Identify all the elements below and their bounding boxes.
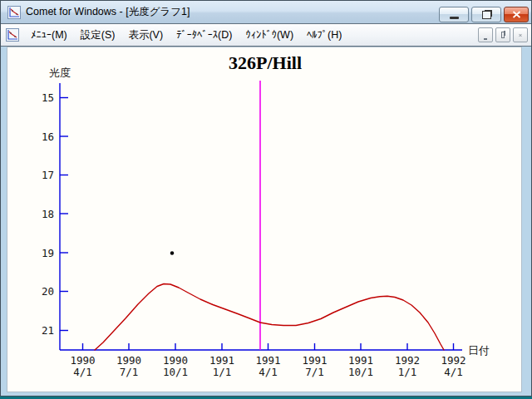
- mdi-restore-icon: [501, 32, 505, 38]
- caption-buttons: [439, 7, 529, 22]
- x-tick-year: 1992: [395, 354, 420, 367]
- mdi-minimize-button[interactable]: [478, 27, 493, 42]
- minimize-button[interactable]: [439, 7, 469, 22]
- menu-item-database[interactable]: ﾃﾞｰﾀﾍﾞｰｽ(D): [170, 26, 239, 44]
- mdi-restore-button[interactable]: [495, 27, 510, 42]
- y-tick-labels: 15 16 17 18 19 20 21: [42, 91, 54, 337]
- y-tick-17: 17: [42, 169, 54, 181]
- y-tick-15: 15: [42, 91, 54, 104]
- observation-point: [170, 251, 174, 254]
- mdi-document-icon[interactable]: [6, 28, 19, 42]
- x-tick-day: 1/1: [213, 366, 232, 378]
- x-tick-day: 10/1: [163, 366, 188, 378]
- x-tick-year: 1991: [209, 354, 234, 367]
- x-tick-day: 7/1: [120, 366, 139, 378]
- x-tick-year: 1991: [302, 354, 327, 367]
- close-icon: [512, 11, 521, 18]
- restore-button[interactable]: [471, 7, 501, 22]
- x-tick-labels: 1990 4/1 1990 7/1 1990 10/1 1991 1/1 199…: [70, 354, 466, 378]
- y-axis-ticks: [60, 98, 68, 331]
- x-tick-day: 4/1: [73, 366, 92, 378]
- x-tick-day: 7/1: [305, 366, 324, 378]
- minimize-icon: [450, 17, 459, 19]
- y-axis-label: 光度: [49, 66, 71, 79]
- chart-client-area: 326P/Hill 光度 日付 15 16 17 18 19 20 21: [7, 47, 522, 392]
- mdi-minimize-icon: [484, 38, 487, 40]
- x-tick-year: 1990: [70, 354, 95, 367]
- x-tick-year: 1990: [163, 354, 188, 367]
- magnitude-chart: 326P/Hill 光度 日付 15 16 17 18 19 20 21: [7, 47, 521, 391]
- x-tick-day: 10/1: [348, 366, 373, 378]
- y-tick-20: 20: [42, 285, 54, 298]
- light-curve-chart-icon[interactable]: [7, 6, 21, 19]
- x-tick-year: 1991: [255, 354, 280, 367]
- x-tick-day: 1/1: [398, 366, 417, 378]
- x-axis-label: 日付: [468, 344, 490, 357]
- x-tick-day: 4/1: [444, 366, 463, 378]
- restore-icon: [482, 11, 491, 19]
- menu-item-menu[interactable]: ﾒﾆｭｰ(M): [24, 26, 74, 44]
- menu-bar: ﾒﾆｭｰ(M) 設定(S) 表示(V) ﾃﾞｰﾀﾍﾞｰｽ(D) ｳｨﾝﾄﾞｳ(W…: [1, 24, 531, 47]
- app-window: Comet for Windows - [光度グラフ1] ﾒﾆｭｰ(M) 設定(…: [0, 0, 532, 397]
- menu-item-settings[interactable]: 設定(S): [74, 25, 122, 46]
- y-tick-21: 21: [42, 324, 54, 337]
- x-tick-year: 1991: [348, 354, 373, 367]
- x-tick-day: 4/1: [259, 366, 278, 378]
- x-axis-ticks: [83, 343, 454, 350]
- x-tick-year: 1992: [441, 354, 466, 367]
- menu-item-help[interactable]: ﾍﾙﾌﾟ(H): [300, 26, 348, 44]
- mdi-close-button[interactable]: [513, 27, 528, 42]
- light-curve: [95, 284, 444, 351]
- close-button[interactable]: [504, 7, 529, 22]
- window-title: Comet for Windows - [光度グラフ1]: [26, 5, 190, 19]
- title-bar: Comet for Windows - [光度グラフ1]: [1, 1, 531, 24]
- y-tick-16: 16: [42, 131, 54, 143]
- mdi-caption-buttons: [478, 27, 528, 42]
- menu-item-window[interactable]: ｳｨﾝﾄﾞｳ(W): [239, 26, 300, 44]
- mdi-close-icon: [519, 32, 522, 39]
- x-tick-year: 1990: [116, 354, 141, 367]
- menu-item-view[interactable]: 表示(V): [121, 25, 170, 46]
- y-tick-18: 18: [42, 208, 54, 220]
- chart-title: 326P/Hill: [229, 52, 302, 73]
- y-tick-19: 19: [42, 247, 54, 259]
